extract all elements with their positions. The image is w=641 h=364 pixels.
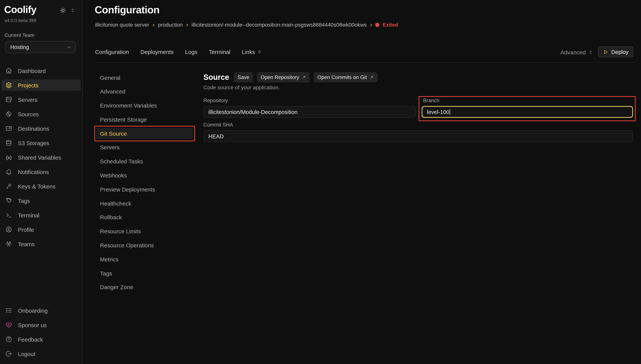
sidebar-item-label: Sponsor us	[18, 322, 47, 328]
sidebar-item-teams[interactable]: Teams	[2, 238, 81, 250]
commit-sha-input[interactable]: HEAD	[203, 130, 633, 142]
sidebar-footer-nav: Onboarding Sponsor us Feedback Logout	[0, 305, 83, 362]
sidebar-item-logout[interactable]: Logout	[2, 348, 81, 360]
subnav-item-resource-operations[interactable]: Resource Operations	[96, 240, 193, 251]
sidebar-item-keys-tokens[interactable]: Keys & Tokens	[2, 180, 81, 192]
chevron-right-icon: ›	[186, 21, 188, 28]
subnav-item-danger-zone[interactable]: Danger Zone	[96, 282, 193, 293]
sidebar-item-profile[interactable]: Profile	[2, 224, 81, 235]
sidebar-item-label: Tags	[18, 198, 30, 204]
sidebar-item-sources[interactable]: Sources	[2, 108, 81, 120]
save-button[interactable]: Save	[234, 72, 253, 82]
status-text: Exited	[383, 22, 398, 28]
main-content: Configuration illicitonion quote server …	[83, 0, 641, 364]
source-heading: Source	[203, 73, 229, 82]
deploy-button[interactable]: Deploy	[598, 46, 633, 57]
subnav-item-tags[interactable]: Tags	[96, 268, 193, 279]
sidebar-item-label: Notifications	[18, 168, 49, 175]
chevrons-up-down-icon	[588, 50, 593, 55]
sidebar-item-shared-variables[interactable]: (x) Shared Variables	[2, 152, 81, 163]
status-badge: Exited	[375, 22, 398, 28]
sidebar-item-onboarding[interactable]: Onboarding	[2, 305, 81, 316]
home-icon	[5, 67, 12, 74]
open-commits-button[interactable]: Open Commits on Git	[314, 72, 378, 82]
subnav-item-advanced[interactable]: Advanced	[96, 86, 193, 97]
sidebar-item-label: Destinations	[18, 125, 49, 132]
sidebar-item-label: Projects	[18, 82, 39, 88]
page-title: Configuration	[95, 4, 160, 16]
tag-icon	[5, 197, 12, 204]
breadcrumb-environment[interactable]: production	[158, 22, 183, 28]
sidebar-item-label: Servers	[18, 96, 38, 103]
branch-input[interactable]: level-100	[422, 106, 633, 118]
advanced-dropdown[interactable]: Advanced	[560, 49, 593, 56]
sidebar-item-terminal[interactable]: Terminal	[2, 209, 81, 221]
subnav-item-rollback[interactable]: Rollback	[96, 212, 193, 223]
breadcrumb-application[interactable]: illicitestonion/-module--decomposition:m…	[192, 22, 367, 28]
chevron-right-icon: ›	[153, 21, 155, 28]
app-window: Coolify v4.0.0-beta.399 Current Team Hos…	[0, 0, 641, 364]
sidebar-item-label: Keys & Tokens	[18, 183, 56, 190]
subnav-item-preview-deployments[interactable]: Preview Deployments	[96, 184, 193, 195]
subnav-item-servers[interactable]: Servers	[96, 142, 193, 153]
sidebar-item-dashboard[interactable]: Dashboard	[2, 65, 81, 76]
bell-icon	[5, 168, 12, 175]
subnav-item-webhooks[interactable]: Webhooks	[96, 170, 193, 181]
chevron-right-icon: ›	[370, 21, 372, 28]
tab-deployments[interactable]: Deployments	[140, 49, 174, 55]
chevron-down-icon	[67, 45, 72, 50]
chevrons-up-down-icon[interactable]	[70, 8, 75, 13]
terminal-icon	[5, 212, 12, 218]
sidebar-item-label: Feedback	[18, 336, 43, 342]
subnav-item-scheduled-tasks[interactable]: Scheduled Tasks	[96, 156, 193, 167]
subnav-item-resource-limits[interactable]: Resource Limits	[96, 226, 193, 237]
sidebar-item-feedback[interactable]: Feedback	[2, 334, 81, 345]
subnav-item-metrics[interactable]: Metrics	[96, 254, 193, 265]
sidebar-item-notifications[interactable]: Notifications	[2, 166, 81, 178]
sidebar-item-tags[interactable]: Tags	[2, 195, 81, 206]
play-icon	[603, 49, 608, 54]
open-repository-button[interactable]: Open Repository	[257, 72, 310, 82]
external-link-icon	[369, 75, 374, 80]
text-cursor	[450, 109, 450, 115]
team-select[interactable]: Hosting	[5, 41, 76, 53]
subnav-item-git-source[interactable]: Git Source	[96, 128, 193, 139]
database-icon	[5, 140, 12, 146]
sidebar-item-label: Terminal	[18, 212, 39, 218]
subnav-item-persistent-storage[interactable]: Persistent Storage	[96, 114, 193, 125]
sidebar-item-label: Shared Variables	[18, 154, 61, 160]
tab-links[interactable]: Links	[242, 49, 262, 55]
subnav-item-general[interactable]: General	[96, 72, 193, 83]
sidebar-item-label: Sources	[18, 111, 39, 117]
tab-configuration[interactable]: Configuration	[95, 49, 129, 55]
sidebar-item-destinations[interactable]: Destinations	[2, 123, 81, 134]
sidebar-item-label: Profile	[18, 226, 34, 233]
sidebar-item-label: Onboarding	[18, 307, 48, 314]
sidebar-item-label: Logout	[18, 350, 35, 357]
repository-input[interactable]: illicitestonion/Module-Decomposition	[203, 106, 416, 118]
sidebar-item-sponsor[interactable]: Sponsor us	[2, 319, 81, 330]
theme-sun-icon[interactable]	[60, 7, 66, 14]
subnav-item-environment-variables[interactable]: Environment Variables	[96, 100, 193, 111]
sidebar-item-label: S3 Storages	[18, 140, 49, 146]
checklist-icon	[5, 307, 12, 314]
tab-logs[interactable]: Logs	[185, 49, 198, 55]
source-description: Code source of your application.	[203, 84, 280, 90]
sidebar-item-s3-storages[interactable]: S3 Storages	[2, 137, 81, 148]
sidebar-item-label: Dashboard	[18, 68, 46, 74]
source-header: Source Save Open Repository Open Commits…	[203, 72, 377, 82]
app-logo: Coolify	[4, 4, 36, 16]
breadcrumb-project[interactable]: illicitonion quote server	[95, 22, 149, 28]
server-icon	[5, 96, 12, 103]
sidebar-item-servers[interactable]: Servers	[2, 94, 81, 105]
key-icon	[5, 183, 12, 190]
sidebar-item-label: Teams	[18, 241, 35, 247]
commit-sha-label: Commit SHA	[203, 122, 233, 128]
tab-terminal[interactable]: Terminal	[209, 49, 230, 55]
subnav-item-healthcheck[interactable]: Healthcheck	[96, 198, 193, 209]
sidebar-item-projects[interactable]: Projects	[2, 80, 81, 91]
team-select-value: Hosting	[10, 44, 29, 50]
branch-label: Branch	[423, 98, 439, 103]
app-version: v4.0.0-beta.399	[5, 18, 36, 23]
sidebar-nav: Dashboard Projects Servers Sources Desti…	[0, 65, 83, 253]
